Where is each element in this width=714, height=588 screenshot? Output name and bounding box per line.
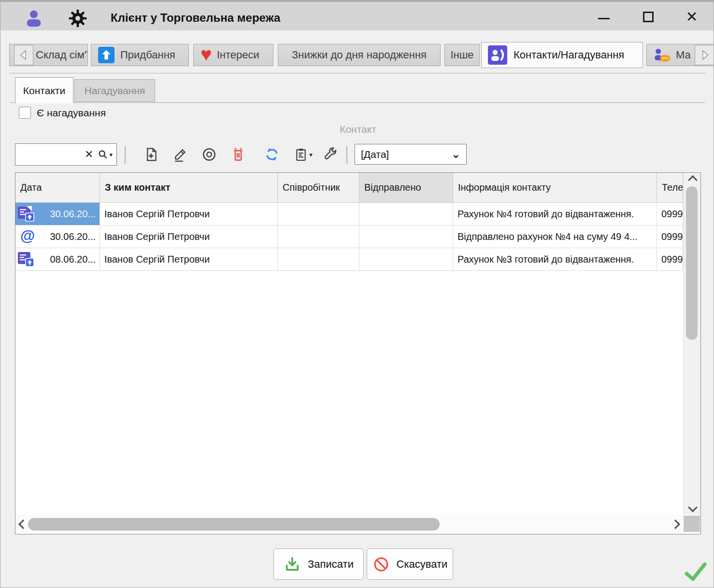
trash-icon (230, 146, 246, 163)
tab-label: Ма (676, 49, 691, 61)
sort-field-value: [Дата] (361, 149, 452, 160)
add-record-button[interactable] (142, 145, 160, 164)
scroll-left-icon[interactable] (18, 519, 28, 529)
table-row[interactable]: 30.06.20... Іванов Сергій Петровчи Рахун… (15, 203, 683, 225)
pencil-icon (172, 146, 188, 163)
maximize-button[interactable] (634, 2, 662, 32)
tools-button[interactable] (321, 145, 340, 164)
sent-cell[interactable] (359, 248, 453, 270)
has-reminder-row: Є нагадування (19, 107, 106, 119)
has-reminder-checkbox[interactable] (19, 107, 31, 119)
tab-scroll-right-button[interactable] (695, 45, 714, 65)
date-value: 30.06.20... (50, 231, 96, 242)
scrollbar-corner (684, 516, 700, 532)
triangle-right-icon (698, 48, 712, 62)
phone-cell[interactable]: 0999 (657, 248, 683, 270)
tab-label: Інтереси (217, 49, 259, 61)
horizontal-scroll-thumb[interactable] (28, 518, 440, 531)
sort-field-dropdown[interactable]: [Дата] ⌄ (355, 144, 467, 165)
subtab-label: Нагадування (85, 85, 145, 97)
search-input[interactable] (15, 144, 81, 165)
chevron-down-icon: ⌄ (452, 151, 460, 157)
clipboard-icon (293, 147, 309, 162)
subtab-contacts[interactable]: Контакти (15, 77, 73, 103)
column-header-contact[interactable]: З ким контакт (100, 173, 278, 202)
tab-label: Інше (450, 49, 473, 61)
subtab-divider (10, 102, 705, 103)
delete-record-button[interactable] (229, 145, 247, 164)
search-icon[interactable]: ▾ (97, 149, 116, 160)
refresh-button[interactable] (263, 145, 281, 164)
date-cell[interactable]: 08.06.20... (15, 248, 100, 270)
phone-cell[interactable]: 0999 (657, 225, 683, 248)
subtab-reminders[interactable]: Нагадування (74, 79, 155, 102)
employee-cell[interactable] (278, 203, 359, 225)
scroll-right-icon[interactable] (671, 519, 680, 529)
cancel-label: Скасувати (397, 558, 448, 571)
edit-record-button[interactable] (171, 145, 189, 164)
subtab-label: Контакти (23, 85, 65, 97)
tab-label: Контакти/Нагадування (514, 49, 624, 61)
date-value: 30.06.20... (50, 209, 96, 220)
horizontal-scrollbar[interactable] (15, 515, 683, 534)
table-row[interactable]: @ 30.06.20... Іванов Сергій Петровчи Від… (15, 225, 683, 248)
maximize-icon (643, 12, 654, 22)
tab-other[interactable]: Інше (444, 44, 480, 66)
sent-cell[interactable] (359, 225, 453, 248)
tab-purchases[interactable]: Придбання (91, 44, 189, 66)
column-header-phone[interactable]: Телефон (657, 173, 683, 202)
search-clear-icon[interactable]: ✕ (81, 148, 97, 161)
employee-cell[interactable] (278, 225, 359, 248)
gear-icon (68, 9, 87, 28)
wrench-icon (322, 146, 339, 163)
tab-label: Знижки до дня народження (292, 49, 427, 61)
contact-cell[interactable]: Іванов Сергій Петровчи (100, 203, 278, 225)
chat-person-icon (653, 46, 671, 64)
table-row[interactable]: 08.06.20... Іванов Сергій Петровчи Рахун… (15, 248, 683, 271)
tab-contacts-reminders[interactable]: Контакти/Нагадування (481, 42, 643, 68)
info-cell[interactable]: Рахунок №3 готовий до відвантаження. (453, 248, 657, 270)
close-icon: ✕ (685, 10, 698, 24)
scroll-up-icon[interactable] (688, 175, 698, 185)
cancel-button[interactable]: Скасувати (367, 548, 453, 580)
tab-scroll-left-button[interactable] (14, 45, 33, 65)
contacts-icon (488, 45, 507, 65)
scroll-down-icon[interactable] (688, 503, 698, 512)
report-menu-button[interactable]: ▾ (290, 145, 315, 164)
column-header-date[interactable]: Дата (15, 173, 100, 202)
sent-cell[interactable] (359, 203, 453, 225)
tab-birthday-discounts[interactable]: Знижки до дня народження (278, 44, 441, 66)
column-header-employee[interactable]: Співробітник (278, 173, 359, 202)
column-header-sent[interactable]: Відправлено (359, 173, 453, 202)
toolbar-separator (125, 146, 126, 164)
tab-label: Склад сім'ї (36, 49, 88, 61)
date-value: 08.06.20... (50, 254, 96, 265)
confirm-check-icon[interactable] (684, 560, 708, 583)
invoice-upload-icon (17, 204, 36, 224)
cancel-prohibition-icon (372, 556, 390, 573)
date-cell[interactable]: @ 30.06.20... (15, 225, 100, 248)
tab-strip-divider (9, 73, 706, 73)
vertical-scroll-thumb[interactable] (686, 186, 698, 340)
view-record-button[interactable] (200, 145, 218, 164)
client-window: Клієнт у Торговельна мережа ✕ Склад сім'… (0, 0, 714, 588)
info-cell[interactable]: Відправлено рахунок №4 на суму 49 4... (453, 225, 657, 248)
employee-cell[interactable] (278, 248, 359, 270)
phone-cell[interactable]: 0999 (657, 203, 683, 225)
contact-cell[interactable]: Іванов Сергій Петровчи (100, 225, 278, 248)
contact-cell[interactable]: Іванов Сергій Петровчи (100, 248, 278, 270)
search-options-caret: ▾ (109, 151, 113, 158)
client-person-icon (24, 8, 44, 28)
column-header-info[interactable]: Інформація контакту (453, 173, 657, 202)
invoice-upload-icon (17, 250, 36, 269)
refresh-icon (264, 146, 280, 163)
save-button[interactable]: Записати (273, 548, 364, 580)
close-button[interactable]: ✕ (678, 2, 706, 32)
vertical-scrollbar[interactable] (683, 173, 700, 515)
triangle-left-icon (17, 48, 30, 62)
date-cell-selected[interactable]: 30.06.20... (15, 203, 100, 225)
info-cell[interactable]: Рахунок №4 готовий до відвантаження. (453, 203, 657, 225)
minimize-button[interactable] (590, 2, 618, 32)
tab-interests[interactable]: ♥ Інтереси (193, 44, 273, 66)
eye-icon (201, 146, 217, 163)
